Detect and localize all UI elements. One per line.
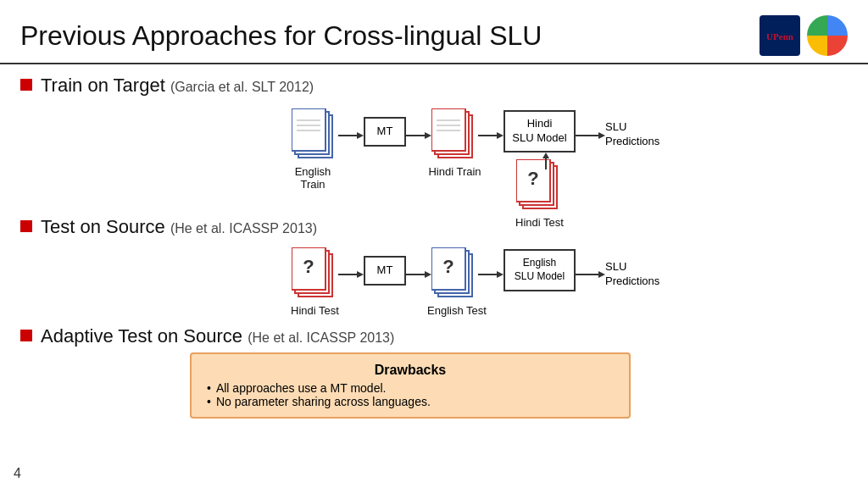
svg-text:?: ? [442, 256, 453, 277]
hindi-test-label-2: Hindi Test [287, 304, 342, 317]
page-number: 4 [14, 466, 21, 481]
slu-predictions-2: SLUPredictions [605, 260, 659, 289]
drawbacks-title: Drawbacks [207, 363, 614, 378]
svg-rect-14 [431, 108, 465, 151]
svg-marker-33 [357, 271, 364, 278]
svg-marker-43 [598, 271, 605, 278]
train-on-target-section: Train on Target (Garcia et al. SLT 2012) [20, 75, 848, 97]
diagram1: English Train MT [46, 102, 848, 225]
english-train-label: English Train [283, 165, 342, 191]
mt-box-1: MT [364, 117, 406, 147]
page-title: Previous Approaches for Cross-lingual SL… [20, 20, 542, 52]
google-logo [807, 15, 848, 56]
english-slu-model: English SLU Model [504, 249, 576, 291]
hindi-train-label: Hindi Train [427, 165, 482, 178]
arrow1 [338, 129, 364, 146]
arrow4 [576, 129, 605, 146]
svg-marker-19 [497, 132, 504, 139]
svg-text:?: ? [527, 168, 538, 189]
hindi-slu-model: Hindi SLU Model [504, 110, 576, 152]
english-train-stack: English Train [292, 108, 351, 192]
svg-marker-27 [542, 152, 549, 158]
mt-box-2: MT [364, 256, 406, 286]
svg-marker-35 [425, 271, 431, 278]
arrow-d2-4 [576, 268, 605, 285]
arrow-d2-1 [338, 268, 364, 285]
bullet-icon [20, 79, 32, 91]
section-label: Train on Target (Garcia et al. SLT 2012) [41, 75, 314, 96]
drawbacks-item-2: • No parameter sharing across languages. [207, 395, 614, 408]
arrow-up [539, 152, 553, 175]
svg-marker-11 [425, 132, 431, 139]
svg-rect-4 [292, 108, 326, 151]
english-test-label: English Test [427, 304, 487, 317]
arrow3 [478, 129, 504, 146]
logos: UPenn [760, 15, 848, 56]
arrow-d2-2 [406, 268, 431, 285]
svg-text:?: ? [303, 256, 314, 277]
penn-logo: UPenn [760, 15, 800, 56]
drawbacks-box: Drawbacks • All approaches use a MT mode… [190, 352, 631, 419]
diagram2: ? Hindi Test MT [46, 243, 848, 332]
svg-text:UPenn: UPenn [766, 31, 793, 42]
bullet-icon [20, 330, 32, 341]
svg-marker-41 [497, 271, 504, 278]
drawbacks-item-1: • All approaches use a MT model. [207, 381, 614, 395]
slu-predictions-label: SLU Predictions [605, 120, 659, 149]
hindi-test-label: Hindi Test [512, 216, 567, 229]
svg-marker-21 [598, 132, 605, 139]
header: Previous Approaches for Cross-lingual SL… [0, 0, 868, 64]
svg-marker-9 [357, 132, 364, 139]
bullet-icon [20, 220, 32, 232]
arrow-d2-3 [478, 268, 504, 285]
arrow2 [406, 129, 431, 146]
main-content: Train on Target (Garcia et al. SLT 2012)… [0, 64, 868, 429]
